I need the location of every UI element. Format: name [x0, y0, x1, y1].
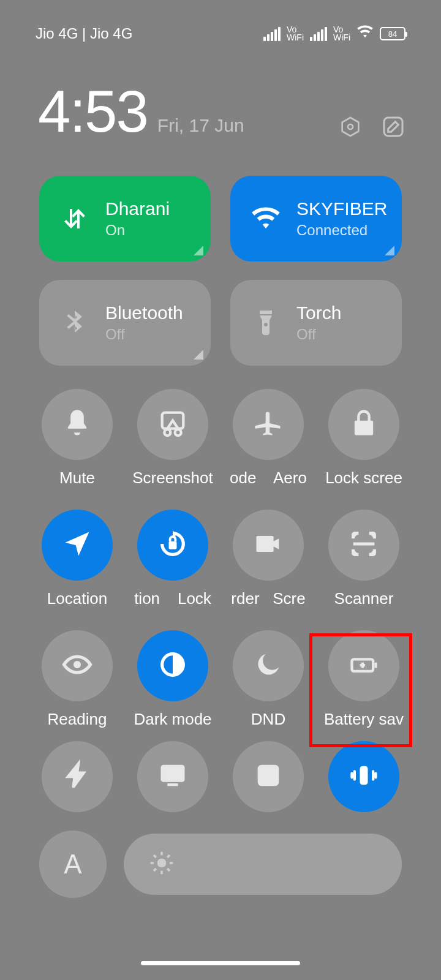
- edit-icon[interactable]: [381, 115, 405, 141]
- signal-icon-2: [310, 27, 327, 41]
- vowifi-label-1: Vo WiFi: [287, 26, 304, 41]
- signal-icon-1: [263, 27, 281, 41]
- airplane-toggle[interactable]: ode Aero: [221, 389, 316, 488]
- rotation-lock-icon: [157, 528, 189, 562]
- wifi-icon: [356, 23, 374, 44]
- video-icon: [252, 528, 284, 562]
- screenshot-toggle[interactable]: Screenshot: [125, 389, 221, 488]
- svg-point-4: [164, 429, 170, 435]
- airplane-label: ode Aero: [230, 469, 307, 488]
- extra-toggle-2[interactable]: [125, 741, 221, 812]
- vowifi-label-2: Vo WiFi: [333, 26, 350, 41]
- bluetooth-tile[interactable]: Bluetooth Off: [39, 280, 211, 366]
- torch-tile-title: Torch: [296, 303, 341, 323]
- svg-point-7: [74, 661, 81, 668]
- mute-toggle[interactable]: Mute: [29, 389, 125, 488]
- expand-icon: [194, 246, 203, 255]
- scanner-icon: [348, 528, 380, 562]
- battery-value: 84: [388, 29, 397, 39]
- expand-icon: [194, 350, 203, 360]
- bluetooth-tile-title: Bluetooth: [105, 303, 183, 323]
- svg-point-1: [348, 124, 353, 129]
- wifi-tile-icon: [249, 204, 283, 233]
- extra-toggle-4[interactable]: [316, 741, 412, 812]
- clock-row: 4:53 Fri, 17 Jun: [0, 44, 441, 145]
- expand-icon: [385, 246, 394, 255]
- brightness-slider[interactable]: [124, 834, 402, 895]
- location-toggle[interactable]: Location: [29, 510, 125, 608]
- rotation-lock-toggle[interactable]: tion Lock: [125, 510, 221, 608]
- eye-icon: [61, 649, 93, 683]
- svg-rect-6: [169, 541, 177, 549]
- svg-point-14: [157, 859, 167, 868]
- screenshot-label: Screenshot: [132, 469, 213, 488]
- scissors-icon: [157, 407, 189, 442]
- torch-icon: [249, 308, 283, 337]
- brightness-row: A: [0, 812, 441, 898]
- screenrec-label: rder Scre: [231, 589, 305, 608]
- extra-toggle-1[interactable]: [29, 741, 125, 812]
- battery-indicator: 84: [380, 27, 405, 40]
- svg-point-5: [175, 429, 181, 435]
- torch-tile[interactable]: Torch Off: [230, 280, 402, 366]
- moon-icon: [252, 649, 284, 683]
- mobile-data-tile[interactable]: Dharani On: [39, 176, 211, 262]
- auto-brightness-label: A: [64, 849, 81, 880]
- status-right: Vo WiFi Vo WiFi 84: [263, 23, 405, 44]
- vibrate-icon: [348, 760, 380, 794]
- dark-label: Dark mode: [134, 710, 211, 729]
- data-tile-title: Dharani: [105, 198, 170, 219]
- svg-rect-11: [162, 766, 184, 781]
- mute-label: Mute: [59, 469, 95, 488]
- wifi-tile-title: SKYFIBER: [296, 198, 387, 219]
- dnd-label: DND: [251, 710, 285, 729]
- sun-icon: [148, 850, 175, 879]
- auto-brightness-button[interactable]: A: [39, 831, 107, 898]
- clock-date: Fri, 17 Jun: [157, 115, 244, 136]
- window-icon: [252, 760, 284, 794]
- wifi-tile[interactable]: SKYFIBER Connected: [230, 176, 402, 262]
- reading-mode-toggle[interactable]: Reading: [29, 630, 125, 729]
- carrier-label: Jio 4G | Jio 4G: [36, 25, 132, 42]
- svg-rect-2: [384, 118, 402, 136]
- data-tile-sub: On: [105, 222, 170, 239]
- airplane-icon: [252, 407, 284, 442]
- lockscreen-label: Lock scree: [325, 469, 402, 488]
- screen-recorder-toggle[interactable]: rder Scre: [221, 510, 316, 608]
- scanner-toggle[interactable]: Scanner: [316, 510, 412, 608]
- monitor-icon: [157, 760, 189, 794]
- highlight-box: [309, 633, 412, 747]
- reading-label: Reading: [48, 710, 107, 729]
- dark-mode-icon: [157, 649, 189, 683]
- dark-mode-toggle[interactable]: Dark mode: [125, 630, 221, 729]
- lockscreen-toggle[interactable]: Lock scree: [316, 389, 412, 488]
- rotation-label: tion Lock: [134, 589, 211, 608]
- bell-icon: [61, 407, 93, 442]
- lock-icon: [348, 407, 380, 442]
- home-indicator[interactable]: [141, 961, 300, 965]
- quick-tiles: Dharani On SKYFIBER Connected Bluetooth …: [0, 145, 441, 366]
- dnd-toggle[interactable]: DND: [221, 630, 316, 729]
- torch-tile-sub: Off: [296, 326, 341, 343]
- settings-icon[interactable]: [338, 115, 363, 141]
- bolt-icon: [61, 760, 93, 794]
- extra-toggle-3[interactable]: [221, 741, 316, 812]
- scanner-label: Scanner: [334, 589, 394, 608]
- location-label: Location: [47, 589, 107, 608]
- status-bar: Jio 4G | Jio 4G Vo WiFi Vo WiFi 84: [0, 0, 441, 44]
- svg-marker-0: [342, 118, 359, 136]
- bluetooth-tile-sub: Off: [105, 326, 183, 343]
- svg-rect-13: [360, 766, 368, 785]
- clock-time: 4:53: [38, 78, 148, 145]
- location-icon: [61, 528, 93, 562]
- bluetooth-icon: [58, 308, 92, 337]
- wifi-tile-sub: Connected: [296, 222, 387, 239]
- data-icon: [58, 204, 92, 233]
